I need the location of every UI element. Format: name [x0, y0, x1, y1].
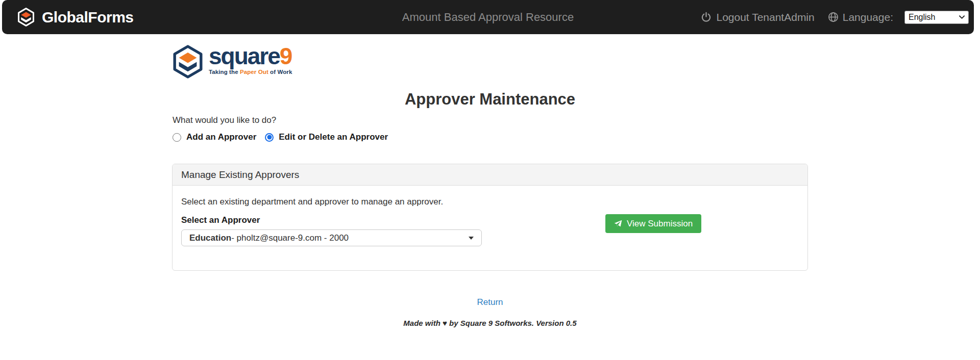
chevron-down-icon	[959, 15, 965, 19]
paper-plane-icon	[614, 220, 622, 228]
square9-wordmark-block: square9 Taking the Paper Out of Work	[209, 45, 292, 81]
manage-approvers-panel: Manage Existing Approvers Select an exis…	[172, 164, 808, 271]
language-selected-value: English	[909, 13, 935, 22]
view-submission-label: View Submission	[627, 219, 693, 229]
approver-dropdown-detail: - pholtz@square-9.com - 2000	[231, 233, 349, 243]
top-navbar: GlobalForms Amount Based Approval Resour…	[2, 0, 974, 34]
language-label: Language:	[843, 11, 893, 23]
page-heading: Approver Maintenance	[0, 90, 980, 109]
question-text: What would you like to do?	[173, 115, 276, 125]
square9-wordmark: square9	[209, 45, 292, 67]
globe-icon	[828, 12, 839, 22]
navbar-right: Logout TenantAdmin Language: English	[701, 11, 969, 24]
return-link[interactable]: Return	[0, 297, 980, 307]
language-select[interactable]: English	[904, 11, 969, 24]
logout-link[interactable]: Logout TenantAdmin	[701, 11, 814, 23]
brand-name: GlobalForms	[42, 9, 134, 26]
panel-body: Select an existing department and approv…	[173, 186, 807, 246]
square9-logo: square9 Taking the Paper Out of Work	[172, 45, 292, 81]
square9-tagline: Taking the Paper Out of Work	[209, 69, 292, 75]
language-control: Language: English	[828, 11, 969, 24]
panel-description: Select an existing department and approv…	[181, 197, 799, 207]
radio-edit-delete-approver[interactable]	[265, 133, 274, 142]
square9-hexagon-icon	[172, 45, 204, 81]
radio-edit-delete-approver-label: Edit or Delete an Approver	[279, 132, 388, 142]
select-approver-label: Select an Approver	[181, 215, 799, 225]
radio-add-approver-label: Add an Approver	[186, 132, 256, 142]
globalforms-brand[interactable]: GlobalForms	[17, 8, 134, 27]
globalforms-hexagon-icon	[17, 8, 35, 27]
radio-option-add-approver[interactable]: Add an Approver	[173, 132, 256, 142]
approver-dropdown[interactable]: Education - pholtz@square-9.com - 2000	[181, 229, 482, 246]
radio-option-edit-delete-approver[interactable]: Edit or Delete an Approver	[265, 132, 388, 142]
panel-header: Manage Existing Approvers	[173, 164, 807, 186]
radio-group: Add an Approver Edit or Delete an Approv…	[173, 132, 388, 142]
power-icon	[701, 12, 712, 22]
view-submission-button[interactable]: View Submission	[605, 214, 701, 233]
approver-dropdown-department: Education	[189, 233, 231, 243]
footer-credit: Made with ♥ by Square 9 Softworks. Versi…	[0, 319, 980, 327]
dropdown-caret-icon	[469, 237, 474, 240]
radio-add-approver[interactable]	[173, 133, 181, 142]
logout-label: Logout TenantAdmin	[716, 11, 814, 23]
